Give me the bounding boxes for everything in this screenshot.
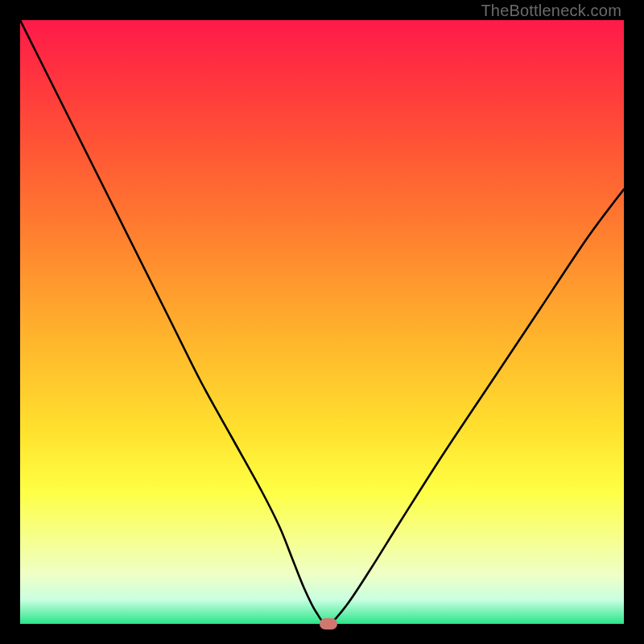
watermark-text: TheBottleneck.com bbox=[481, 2, 621, 20]
plot-area bbox=[20, 20, 624, 624]
chart-frame: TheBottleneck.com bbox=[0, 0, 644, 644]
bottleneck-curve bbox=[20, 20, 624, 624]
optimal-point-marker bbox=[320, 618, 337, 630]
